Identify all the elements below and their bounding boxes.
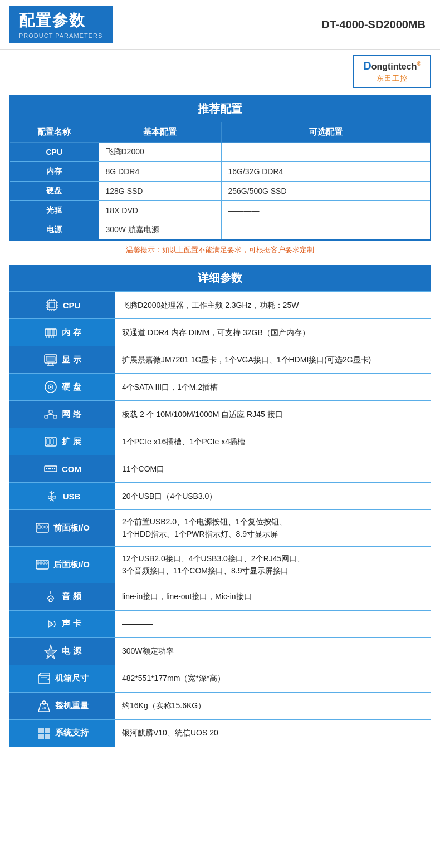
recommend-row-label: 内存 [9, 162, 99, 182]
detail-row-usb: USB 20个USB口（4个USB3.0） [9, 483, 431, 510]
svg-point-45 [52, 468, 53, 469]
svg-rect-59 [37, 562, 39, 564]
svg-point-43 [48, 468, 50, 469]
label-inner-chassis-size: 机箱尺寸 [16, 671, 108, 686]
detail-value-front-io: 2个前置USB2.0、1个电源按钮、1个复位按钮、1个HDD指示、1个PWR指示… [115, 510, 431, 547]
audio-icon [43, 589, 58, 605]
recommend-row-label: CPU [9, 143, 99, 162]
detail-value-hdd: 4个SATA III口，1个M.2插槽 [115, 374, 431, 401]
svg-rect-58 [36, 560, 48, 569]
label-inner-display: 显 示 [16, 352, 108, 367]
detail-label-text-os: 系统支持 [55, 728, 89, 738]
detail-row-cpu: CPU 飞腾D2000处理器，工作主频 2.3GHz，功耗：25W [9, 292, 431, 319]
detail-value-com: 11个COM口 [115, 455, 431, 483]
logo-sub: — 东田工控 — [366, 73, 418, 84]
detail-label-text-expansion: 扩 展 [62, 437, 81, 447]
detail-value-display: 扩展景嘉微JM7201 1G显卡，1个VGA接口、1个HDMI接口(可选2G显卡… [115, 346, 431, 374]
os-icon [36, 725, 52, 741]
expansion-icon [43, 434, 58, 449]
detail-label-com: COM [9, 455, 115, 483]
detail-row-sound-card: 声 卡 ———— [9, 610, 431, 637]
detail-value-os: 银河麒麟V10、统信UOS 20 [115, 719, 431, 747]
label-inner-audio: 音 频 [16, 589, 108, 605]
detail-row-rear-io: 后面板I/O 12个USB2.0接口、4个USB3.0接口、2个RJ45网口、3… [9, 546, 431, 583]
detail-label-usb: USB [9, 483, 115, 510]
detail-header: 详细参数 [9, 265, 431, 291]
svg-line-36 [46, 414, 51, 415]
detail-label-hdd: 硬 盘 [9, 374, 115, 401]
svg-rect-60 [40, 562, 42, 564]
svg-rect-74 [45, 728, 50, 733]
detail-value-usb: 20个USB口（4个USB3.0） [115, 483, 431, 510]
detail-value-memory: 双通道 DDR4 内存 DIMM，可支持 32GB（国产内存） [115, 319, 431, 346]
detail-row-chassis-size: 机箱尺寸 482*551*177mm（宽*深*高） [9, 665, 431, 692]
hdd-icon [43, 379, 58, 395]
label-inner-front-io: 前面板I/O [16, 520, 108, 536]
power-icon [43, 644, 58, 659]
recommend-row-base: 8G DDR4 [99, 162, 221, 182]
label-inner-sound-card: 声 卡 [16, 616, 108, 632]
label-inner-weight: KG 整机重量 [16, 698, 108, 714]
recommend-row-base: 128G SSD [99, 182, 221, 201]
recommend-row-base: 飞腾D2000 [99, 143, 221, 162]
recommend-row-label: 硬盘 [9, 182, 99, 201]
logo-area: Dongtintech® — 东田工控 — [0, 50, 440, 91]
svg-rect-34 [53, 415, 57, 418]
logo-rest: ongtintech [371, 62, 417, 71]
detail-label-text-network: 网 络 [62, 409, 81, 420]
detail-label-text-display: 显 示 [62, 355, 81, 365]
detail-row-com: COM 11个COM口 [9, 455, 431, 483]
display-icon [43, 352, 58, 367]
detail-section: 详细参数 CPU 飞腾D2000处理器，工作主频 2.3GHz，功耗：25W 内… [0, 262, 440, 753]
detail-label-cpu: CPU [9, 292, 115, 319]
recommend-header-row: 推荐配置 [9, 95, 431, 122]
detail-value-weight: 约16Kg（实称15.6KG） [115, 692, 431, 719]
detail-value-chassis-size: 482*551*177mm（宽*深*高） [115, 665, 431, 692]
detail-tbody: CPU 飞腾D2000处理器，工作主频 2.3GHz，功耗：25W 内 存 双通… [9, 292, 431, 747]
detail-label-expansion: 扩 展 [9, 428, 115, 455]
page-main-title: 配置参数 [19, 10, 102, 31]
svg-line-52 [50, 499, 52, 501]
recommend-row-optional: ———— [221, 201, 431, 220]
recommend-row-optional: 16G/32G DDR4 [221, 162, 431, 182]
svg-rect-73 [38, 728, 44, 733]
logo-brand: Dongtintech® [363, 60, 421, 72]
detail-label-network: 网 络 [9, 401, 115, 428]
logo-d: D [363, 61, 371, 72]
detail-row-display: 显 示 扩展景嘉微JM7201 1G显卡，1个VGA接口、1个HDMI接口(可选… [9, 346, 431, 374]
recommend-row: 光驱 18X DVD ———— [9, 201, 431, 220]
detail-label-memory: 内 存 [9, 319, 115, 346]
svg-point-57 [45, 526, 47, 528]
recommend-tbody: CPU 飞腾D2000 ———— 内存 8G DDR4 16G/32G DDR4… [9, 143, 431, 241]
detail-label-text-power: 电 源 [62, 646, 81, 656]
detail-label-weight: KG 整机重量 [9, 692, 115, 719]
svg-point-56 [41, 526, 44, 528]
detail-row-audio: 音 频 line-in接口，line-out接口，Mic-in接口 [9, 583, 431, 610]
svg-rect-55 [38, 525, 40, 529]
product-name: DT-4000-SD2000MB [129, 18, 431, 31]
detail-label-text-com: COM [62, 464, 81, 474]
recommend-row: 电源 300W 航嘉电源 ———— [9, 220, 431, 241]
detail-label-text-rear-io: 后面板I/O [53, 560, 90, 570]
detail-table: CPU 飞腾D2000处理器，工作主频 2.3GHz，功耗：25W 内 存 双通… [9, 291, 431, 747]
recommend-row-optional: ———— [221, 220, 431, 241]
detail-label-text-front-io: 前面板I/O [53, 523, 90, 533]
label-inner-usb: USB [16, 488, 108, 504]
detail-label-audio: 音 频 [9, 583, 115, 610]
rear-io-icon [35, 557, 50, 572]
detail-value-power: 300W额定功率 [115, 637, 431, 665]
label-inner-rear-io: 后面板I/O [16, 557, 108, 572]
detail-row-hdd: 硬 盘 4个SATA III口，1个M.2插槽 [9, 374, 431, 401]
svg-rect-62 [46, 562, 47, 564]
detail-label-text-cpu: CPU [63, 301, 81, 310]
page-title-box: 配置参数 PRODUCT PARAMETERS [9, 6, 113, 43]
recommend-col-header: 配置名称 基本配置 可选配置 [9, 122, 431, 143]
svg-rect-61 [43, 562, 45, 564]
detail-value-network: 板载 2 个 10M/100M/1000M 自适应 RJ45 接口 [115, 401, 431, 428]
detail-value-sound-card: ———— [115, 610, 431, 637]
svg-rect-75 [38, 734, 44, 739]
svg-point-50 [48, 496, 51, 499]
svg-line-53 [52, 499, 54, 501]
detail-label-power: 电 源 [9, 637, 115, 665]
svg-rect-51 [53, 496, 56, 498]
